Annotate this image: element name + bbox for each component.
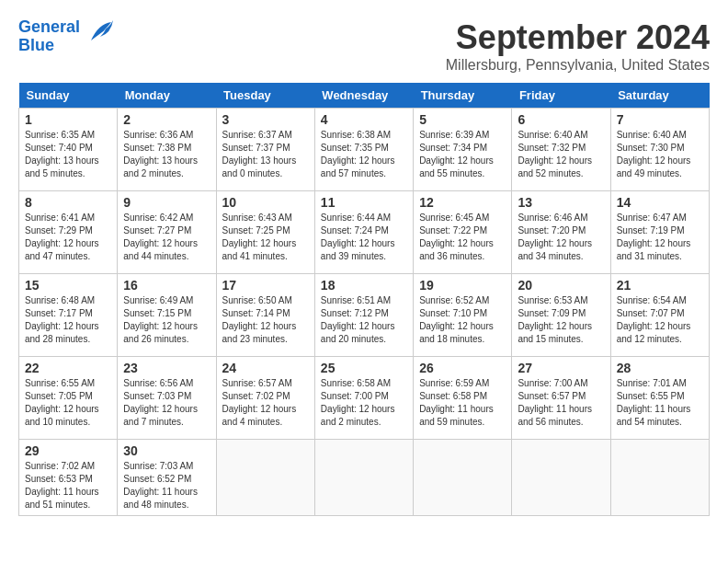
day-number: 3	[222, 112, 309, 127]
calendar-cell: 20Sunrise: 6:53 AMSunset: 7:09 PMDayligh…	[512, 274, 610, 357]
location-title: Millersburg, Pennsylvania, United States	[446, 57, 710, 74]
calendar-week-row: 8Sunrise: 6:41 AMSunset: 7:29 PMDaylight…	[19, 191, 710, 274]
calendar-cell: 17Sunrise: 6:50 AMSunset: 7:14 PMDayligh…	[216, 274, 314, 357]
calendar-cell: 6Sunrise: 6:40 AMSunset: 7:32 PMDaylight…	[512, 109, 610, 191]
calendar-header-row: SundayMondayTuesdayWednesdayThursdayFrid…	[19, 83, 710, 109]
day-info: Sunrise: 6:50 AMSunset: 7:14 PMDaylight:…	[222, 294, 309, 346]
calendar-week-row: 1Sunrise: 6:35 AMSunset: 7:40 PMDaylight…	[19, 109, 710, 191]
day-number: 24	[222, 361, 309, 375]
day-number: 22	[25, 361, 111, 375]
calendar-cell	[414, 440, 512, 516]
calendar-cell: 14Sunrise: 6:47 AMSunset: 7:19 PMDayligh…	[610, 191, 709, 274]
day-number: 21	[617, 278, 703, 293]
day-info: Sunrise: 7:00 AMSunset: 6:57 PMDaylight:…	[518, 377, 604, 429]
day-info: Sunrise: 6:58 AMSunset: 7:00 PMDaylight:…	[321, 377, 407, 429]
calendar-cell	[512, 440, 610, 516]
title-area: September 2024 Millersburg, Pennsylvania…	[446, 18, 710, 74]
day-number: 12	[419, 195, 506, 210]
calendar-cell: 11Sunrise: 6:44 AMSunset: 7:24 PMDayligh…	[314, 191, 413, 274]
day-info: Sunrise: 6:40 AMSunset: 7:32 PMDaylight:…	[518, 129, 604, 180]
day-number: 13	[518, 195, 604, 210]
calendar-cell: 16Sunrise: 6:49 AMSunset: 7:15 PMDayligh…	[118, 274, 216, 357]
calendar-cell: 27Sunrise: 7:00 AMSunset: 6:57 PMDayligh…	[512, 357, 610, 440]
day-number: 14	[617, 195, 703, 210]
day-info: Sunrise: 6:49 AMSunset: 7:15 PMDaylight:…	[123, 294, 210, 346]
day-number: 19	[419, 278, 506, 293]
calendar-week-row: 29Sunrise: 7:02 AMSunset: 6:53 PMDayligh…	[19, 440, 710, 516]
calendar-cell: 13Sunrise: 6:46 AMSunset: 7:20 PMDayligh…	[512, 191, 610, 274]
day-number: 15	[25, 278, 111, 293]
calendar-cell	[314, 440, 413, 516]
calendar-cell	[610, 440, 709, 516]
day-info: Sunrise: 6:55 AMSunset: 7:05 PMDaylight:…	[25, 377, 111, 429]
day-info: Sunrise: 6:42 AMSunset: 7:27 PMDaylight:…	[123, 212, 210, 263]
day-number: 6	[518, 112, 604, 127]
calendar-cell: 1Sunrise: 6:35 AMSunset: 7:40 PMDaylight…	[19, 109, 118, 191]
calendar-cell	[216, 440, 314, 516]
calendar-week-row: 15Sunrise: 6:48 AMSunset: 7:17 PMDayligh…	[19, 274, 710, 357]
day-info: Sunrise: 6:57 AMSunset: 7:02 PMDaylight:…	[222, 377, 309, 429]
day-info: Sunrise: 6:37 AMSunset: 7:37 PMDaylight:…	[222, 129, 309, 180]
day-number: 27	[518, 361, 604, 375]
day-info: Sunrise: 6:47 AMSunset: 7:19 PMDaylight:…	[617, 212, 703, 263]
calendar-cell: 5Sunrise: 6:39 AMSunset: 7:34 PMDaylight…	[414, 109, 512, 191]
calendar-cell: 2Sunrise: 6:36 AMSunset: 7:38 PMDaylight…	[118, 109, 216, 191]
day-info: Sunrise: 6:56 AMSunset: 7:03 PMDaylight:…	[123, 377, 210, 429]
calendar-cell: 9Sunrise: 6:42 AMSunset: 7:27 PMDaylight…	[118, 191, 216, 274]
day-info: Sunrise: 6:41 AMSunset: 7:29 PMDaylight:…	[25, 212, 111, 263]
calendar-cell: 23Sunrise: 6:56 AMSunset: 7:03 PMDayligh…	[118, 357, 216, 440]
day-info: Sunrise: 6:44 AMSunset: 7:24 PMDaylight:…	[321, 212, 407, 263]
calendar-cell: 3Sunrise: 6:37 AMSunset: 7:37 PMDaylight…	[216, 109, 314, 191]
day-number: 5	[419, 112, 506, 127]
day-number: 20	[518, 278, 604, 293]
day-info: Sunrise: 6:51 AMSunset: 7:12 PMDaylight:…	[321, 294, 407, 346]
day-info: Sunrise: 7:02 AMSunset: 6:53 PMDaylight:…	[25, 460, 111, 511]
calendar-cell: 30Sunrise: 7:03 AMSunset: 6:52 PMDayligh…	[118, 440, 216, 516]
logo-text: GeneralBlue	[18, 18, 80, 55]
calendar-cell: 26Sunrise: 6:59 AMSunset: 6:58 PMDayligh…	[414, 357, 512, 440]
day-info: Sunrise: 6:46 AMSunset: 7:20 PMDaylight:…	[518, 212, 604, 263]
calendar-cell: 4Sunrise: 6:38 AMSunset: 7:35 PMDaylight…	[314, 109, 413, 191]
day-info: Sunrise: 6:53 AMSunset: 7:09 PMDaylight:…	[518, 294, 604, 346]
day-number: 1	[25, 112, 111, 127]
day-number: 16	[123, 278, 210, 293]
day-number: 10	[222, 195, 309, 210]
day-number: 18	[321, 278, 407, 293]
day-info: Sunrise: 6:38 AMSunset: 7:35 PMDaylight:…	[321, 129, 407, 180]
logo: GeneralBlue	[18, 18, 117, 55]
day-number: 7	[617, 112, 703, 127]
weekday-header: Wednesday	[314, 83, 413, 109]
weekday-header: Tuesday	[216, 83, 314, 109]
calendar-week-row: 22Sunrise: 6:55 AMSunset: 7:05 PMDayligh…	[19, 357, 710, 440]
day-info: Sunrise: 6:35 AMSunset: 7:40 PMDaylight:…	[25, 129, 111, 180]
calendar-cell: 12Sunrise: 6:45 AMSunset: 7:22 PMDayligh…	[414, 191, 512, 274]
weekday-header: Thursday	[414, 83, 512, 109]
calendar-cell: 7Sunrise: 6:40 AMSunset: 7:30 PMDaylight…	[610, 109, 709, 191]
weekday-header: Friday	[512, 83, 610, 109]
day-number: 9	[123, 195, 210, 210]
day-info: Sunrise: 6:59 AMSunset: 6:58 PMDaylight:…	[419, 377, 506, 429]
day-number: 30	[123, 443, 210, 458]
calendar-cell: 10Sunrise: 6:43 AMSunset: 7:25 PMDayligh…	[216, 191, 314, 274]
month-title: September 2024	[446, 18, 710, 57]
day-info: Sunrise: 6:54 AMSunset: 7:07 PMDaylight:…	[617, 294, 703, 346]
day-number: 17	[222, 278, 309, 293]
weekday-header: Saturday	[610, 83, 709, 109]
day-number: 11	[321, 195, 407, 210]
weekday-header: Sunday	[19, 83, 118, 109]
calendar-cell: 15Sunrise: 6:48 AMSunset: 7:17 PMDayligh…	[19, 274, 118, 357]
day-info: Sunrise: 6:45 AMSunset: 7:22 PMDaylight:…	[419, 212, 506, 263]
calendar-cell: 18Sunrise: 6:51 AMSunset: 7:12 PMDayligh…	[314, 274, 413, 357]
calendar-cell: 19Sunrise: 6:52 AMSunset: 7:10 PMDayligh…	[414, 274, 512, 357]
day-info: Sunrise: 6:39 AMSunset: 7:34 PMDaylight:…	[419, 129, 506, 180]
day-info: Sunrise: 6:36 AMSunset: 7:38 PMDaylight:…	[123, 129, 210, 180]
day-number: 4	[321, 112, 407, 127]
day-number: 26	[419, 361, 506, 375]
day-info: Sunrise: 6:40 AMSunset: 7:30 PMDaylight:…	[617, 129, 703, 180]
day-info: Sunrise: 6:48 AMSunset: 7:17 PMDaylight:…	[25, 294, 111, 346]
day-number: 2	[123, 112, 210, 127]
weekday-header: Monday	[118, 83, 216, 109]
day-info: Sunrise: 6:52 AMSunset: 7:10 PMDaylight:…	[419, 294, 506, 346]
day-info: Sunrise: 7:01 AMSunset: 6:55 PMDaylight:…	[617, 377, 703, 429]
day-number: 25	[321, 361, 407, 375]
